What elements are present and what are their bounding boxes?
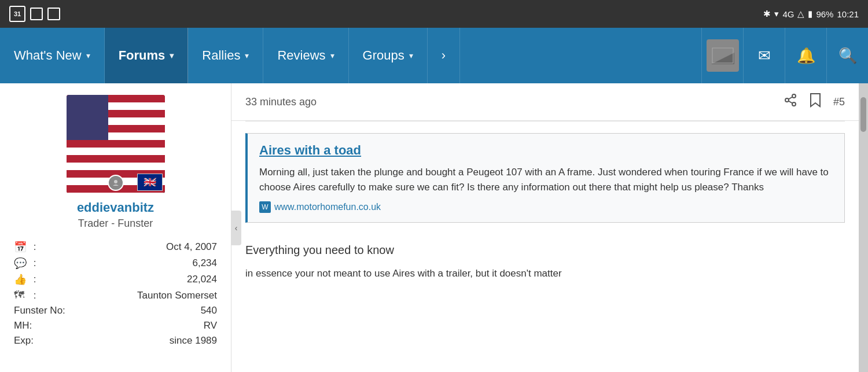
user-stats: 📅 : Oct 4, 2007 💬 : 6,234 👍 : 22,024 🗺 :…: [9, 239, 222, 348]
signal-icon: △: [797, 9, 804, 19]
post-body-text: in essence your not meant to use Aires w…: [245, 266, 845, 281]
calendar-icon: 📅: [14, 241, 30, 253]
user-sidebar: 🇬🇧 eddievanbitz Trader - Funster 📅 : Oct…: [0, 83, 231, 372]
funster-no-label: Funster No:: [14, 305, 65, 316]
sidebar-collapse-handle[interactable]: ‹: [231, 211, 241, 245]
likes-count: 22,024: [187, 274, 217, 285]
likes-row: 👍 : 22,024: [9, 271, 222, 288]
forums-chevron: ▾: [170, 51, 174, 60]
more-icon: ›: [442, 48, 446, 63]
groups-label: Groups: [363, 48, 404, 63]
content-area: 🇬🇧 eddievanbitz Trader - Funster 📅 : Oct…: [0, 83, 868, 372]
nav-bar: What's New ▾ Forums ▾ Rallies ▾ Reviews …: [0, 28, 868, 83]
app-icon-2: [47, 8, 60, 20]
post-timestamp: 33 minutes ago: [245, 96, 784, 108]
mh-label: MH:: [14, 320, 32, 332]
svg-line-9: [789, 97, 793, 100]
location: Taunton Somerset: [137, 290, 217, 301]
mh-row: MH: RV: [9, 318, 222, 333]
bluetooth-icon: ✱: [763, 9, 771, 19]
nav-icons: ✉ 🔔 🔍: [701, 28, 868, 83]
funster-no-row: Funster No: 540: [9, 303, 222, 318]
scrollbar-thumb: [860, 97, 866, 132]
search-icon: 🔍: [838, 47, 857, 65]
post-header: 33 minutes ago #5: [231, 83, 859, 121]
network-label: 4G: [782, 9, 794, 19]
app-icon-1: [30, 8, 43, 20]
exp-row: Exp: since 1989: [9, 333, 222, 348]
whats-new-chevron: ▾: [86, 51, 90, 60]
exp-label: Exp:: [14, 335, 34, 347]
post-number: #5: [833, 96, 845, 108]
link-url: www.motorhomefun.co.uk: [274, 202, 381, 212]
svg-point-7: [792, 102, 796, 106]
post-body: Everything you need to know in essence y…: [231, 234, 859, 290]
messages-icon: 💬: [14, 257, 30, 270]
messages-row: 💬 : 6,234: [9, 255, 222, 271]
status-right: ✱ ▾ 4G △ ▮ 96% 10:21: [763, 9, 859, 19]
online-status-badge: [108, 175, 124, 191]
nav-rallies[interactable]: Rallies ▾: [188, 28, 263, 83]
search-button[interactable]: 🔍: [826, 28, 868, 83]
location-row: 🗺 : Taunton Somerset: [9, 288, 222, 303]
battery-label: 96%: [816, 9, 833, 19]
nav-more[interactable]: ›: [428, 28, 460, 83]
notifications-button[interactable]: 🔔: [785, 28, 826, 83]
quoted-link[interactable]: W www.motorhomefun.co.uk: [259, 201, 833, 213]
mh-value: RV: [204, 320, 217, 332]
share-button[interactable]: [784, 93, 797, 111]
quoted-post: Aires with a toad Morning all, just take…: [245, 133, 845, 223]
nav-forums[interactable]: Forums ▾: [105, 28, 189, 83]
exp-value: since 1989: [170, 335, 217, 347]
wifi-icon: ▾: [774, 9, 779, 19]
link-favicon: W: [259, 201, 271, 213]
nav-reviews[interactable]: Reviews ▾: [263, 28, 348, 83]
message-count: 6,234: [192, 257, 217, 269]
join-date: Oct 4, 2007: [166, 241, 217, 253]
post-actions: #5: [784, 93, 845, 111]
reviews-chevron: ▾: [330, 51, 334, 60]
nav-avatar[interactable]: [701, 28, 743, 83]
post-divider: [245, 121, 845, 121]
quoted-post-title[interactable]: Aires with a toad: [259, 143, 833, 158]
svg-line-8: [789, 101, 793, 104]
post-body-heading: Everything you need to know: [245, 244, 845, 257]
scrollbar[interactable]: [859, 83, 868, 372]
nav-groups[interactable]: Groups ▾: [349, 28, 428, 83]
join-date-row: 📅 : Oct 4, 2007: [9, 239, 222, 255]
reviews-label: Reviews: [277, 48, 325, 63]
svg-point-5: [792, 94, 796, 98]
time-label: 10:21: [837, 9, 859, 19]
svg-point-4: [114, 180, 117, 183]
battery-icon: ▮: [808, 9, 812, 19]
groups-chevron: ▾: [409, 51, 413, 60]
username[interactable]: eddievanbitz: [77, 200, 154, 215]
svg-point-6: [785, 98, 789, 102]
calendar-app-icon: [9, 6, 25, 22]
quoted-post-text: Morning all, just taken the plunge and b…: [259, 165, 833, 194]
user-avatar-container: 🇬🇧: [67, 95, 165, 193]
likes-icon: 👍: [14, 273, 30, 286]
post-area: 33 minutes ago #5: [231, 83, 859, 372]
funster-no: 540: [201, 305, 217, 316]
status-bar: ✱ ▾ 4G △ ▮ 96% 10:21: [0, 0, 868, 28]
forums-label: Forums: [119, 48, 165, 63]
mail-button[interactable]: ✉: [743, 28, 785, 83]
uk-flag-badge: 🇬🇧: [137, 174, 163, 191]
location-icon: 🗺: [14, 289, 30, 301]
bookmark-button[interactable]: [809, 93, 822, 111]
avatar-image: [707, 39, 739, 72]
user-title: Trader - Funster: [78, 218, 153, 230]
mail-icon: ✉: [758, 47, 771, 65]
whats-new-label: What's New: [14, 48, 82, 63]
bell-icon: 🔔: [797, 47, 815, 65]
rallies-chevron: ▾: [245, 51, 249, 60]
nav-whats-new[interactable]: What's New ▾: [0, 28, 105, 83]
rallies-label: Rallies: [202, 48, 240, 63]
status-left: [9, 6, 60, 22]
